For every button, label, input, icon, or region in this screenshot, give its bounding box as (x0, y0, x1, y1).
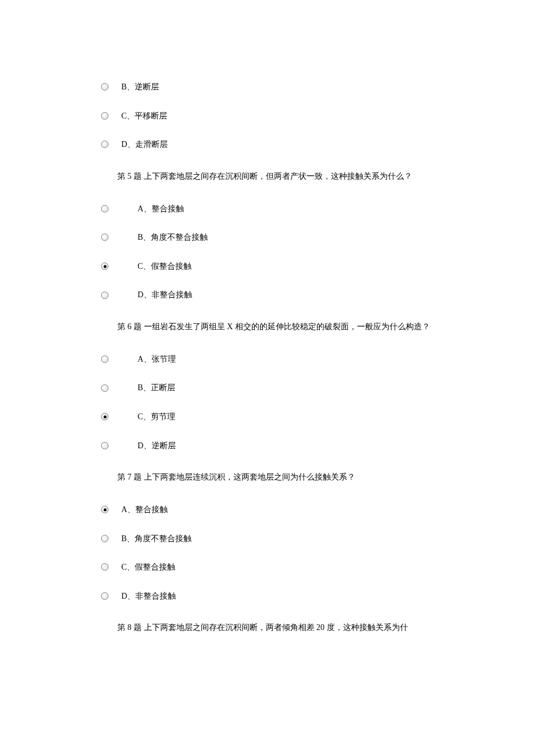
option-row[interactable]: B、角度不整合接触 (101, 533, 449, 545)
option-label: B、正断层 (121, 382, 175, 394)
radio-icon[interactable] (101, 442, 109, 449)
option-row[interactable]: A、整合接触 (101, 504, 449, 516)
option-label: A、张节理 (121, 354, 176, 365)
option-label: C、剪节理 (121, 411, 175, 423)
radio-icon[interactable] (101, 83, 109, 91)
radio-icon[interactable] (101, 563, 109, 571)
question-prompt: 第 6 题 一组岩石发生了两组呈 X 相交的的延伸比较稳定的破裂面，一般应为什么… (101, 318, 449, 336)
quiz-content: B、逆断层 C、平移断层 D、走滑断层 第 5 题 上下两套地层之间存在沉积间断… (101, 81, 449, 637)
option-label: A、整合接触 (121, 203, 184, 215)
radio-icon[interactable] (101, 141, 109, 148)
option-row[interactable]: B、逆断层 (101, 81, 449, 93)
question-prompt: 第 7 题 上下两套地层连续沉积，这两套地层之间为什么接触关系？ (101, 469, 449, 487)
radio-icon[interactable] (101, 384, 109, 392)
option-row[interactable]: D、走滑断层 (101, 139, 449, 150)
option-row[interactable]: C、平移断层 (101, 110, 449, 122)
option-row[interactable]: B、正断层 (101, 382, 449, 394)
radio-icon-selected[interactable] (101, 262, 109, 270)
radio-icon[interactable] (101, 291, 109, 299)
option-label: D、逆断层 (121, 440, 176, 452)
option-row[interactable]: A、整合接触 (101, 203, 449, 215)
radio-icon[interactable] (101, 205, 109, 213)
radio-icon[interactable] (101, 355, 109, 363)
option-row[interactable]: D、非整合接触 (101, 591, 449, 602)
option-label: C、假整合接触 (121, 561, 175, 573)
option-row[interactable]: A、张节理 (101, 354, 449, 365)
option-label: D、走滑断层 (121, 139, 168, 150)
option-row[interactable]: C、假整合接触 (101, 561, 449, 573)
radio-icon-selected[interactable] (101, 413, 109, 420)
option-label: A、整合接触 (121, 504, 168, 516)
option-label: B、角度不整合接触 (121, 232, 208, 243)
option-label: B、逆断层 (121, 81, 159, 93)
option-label: C、假整合接触 (121, 261, 192, 272)
option-row[interactable]: C、假整合接触 (101, 261, 449, 272)
option-row[interactable]: D、非整合接触 (101, 289, 449, 301)
radio-icon-selected[interactable] (101, 506, 109, 513)
option-label: D、非整合接触 (121, 591, 176, 602)
question-prompt: 第 8 题 上下两套地层之间存在沉积间断，两者倾角相差 20 度，这种接触关系为… (101, 619, 449, 637)
radio-icon[interactable] (101, 233, 109, 241)
option-row[interactable]: C、剪节理 (101, 411, 449, 423)
radio-icon[interactable] (101, 112, 109, 120)
option-label: C、平移断层 (121, 110, 167, 122)
question-prompt: 第 5 题 上下两套地层之间存在沉积间断，但两者产状一致，这种接触关系为什么？ (101, 168, 449, 186)
radio-icon[interactable] (101, 535, 109, 542)
option-label: D、非整合接触 (121, 289, 192, 301)
radio-icon[interactable] (101, 592, 109, 600)
option-row[interactable]: B、角度不整合接触 (101, 232, 449, 243)
option-label: B、角度不整合接触 (121, 533, 192, 545)
option-row[interactable]: D、逆断层 (101, 440, 449, 452)
